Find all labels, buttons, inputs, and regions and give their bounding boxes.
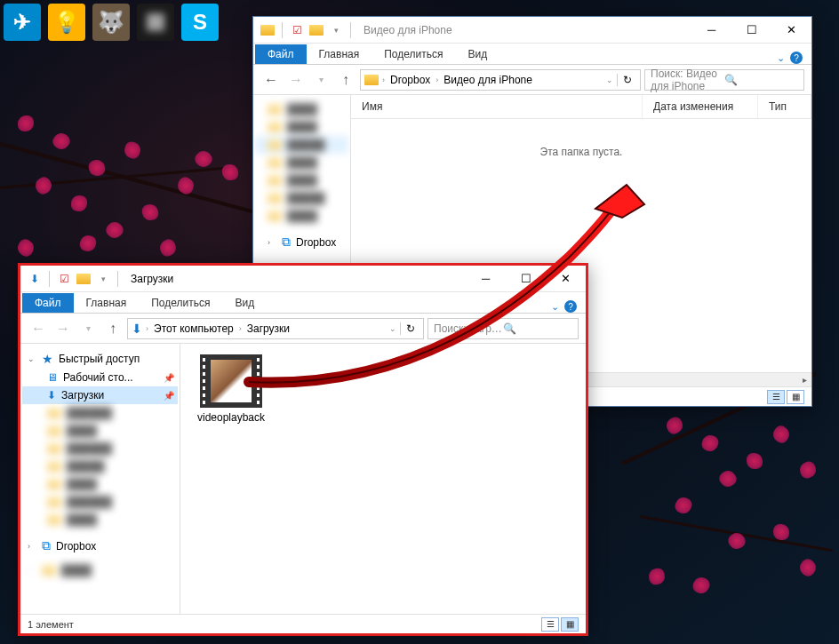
nav-item-blurred[interactable]: ██████ [22,440,178,457]
help-icon[interactable]: ? [564,300,577,313]
content-area[interactable]: videoplayback [180,344,586,614]
nav-item-downloads[interactable]: ⬇Загрузки📌 [22,386,178,404]
nav-item-blurred[interactable]: ████ [255,171,348,189]
tab-file[interactable]: Файл [255,44,307,64]
view-icons-button[interactable]: ▦ [787,390,804,404]
minimize-button[interactable]: ─ [466,266,506,292]
qat-dropdown-icon[interactable]: ▾ [329,23,343,37]
recent-locations-icon[interactable]: ▾ [310,69,332,91]
address-dropdown-icon[interactable]: ⌄ [606,76,613,84]
breadcrumb[interactable]: Видео для iPhone [442,74,534,86]
search-icon[interactable]: 🔍 [503,322,572,335]
empty-folder-message: Эта папка пуста. [351,119,811,185]
minimize-button[interactable]: ─ [691,17,731,44]
nav-item-blurred[interactable]: ████ [22,422,178,440]
address-bar[interactable]: › Dropbox › Видео для iPhone ⌄ ↻ [360,69,641,91]
tab-share[interactable]: Поделиться [139,293,222,313]
telegram-icon[interactable]: ✈ [4,4,41,41]
video-thumb-icon [200,354,262,408]
navigation-pane[interactable]: ⌄★Быстрый доступ 🖥Рабочий сто...📌 ⬇Загру… [20,344,180,614]
tab-home[interactable]: Главная [74,293,140,313]
up-button[interactable]: ↑ [102,318,124,339]
nav-item-blurred[interactable]: ████ [255,100,348,118]
nav-item-dropbox[interactable]: ›⧉Dropbox [255,232,348,252]
nav-item-blurred[interactable]: ████ [255,154,348,171]
search-icon[interactable]: 🔍 [724,74,798,86]
nav-item-blurred[interactable]: ██████ [22,404,178,422]
nav-item-blurred[interactable]: ›████ [22,561,178,579]
view-details-button[interactable]: ☰ [541,617,559,632]
checklist-icon[interactable]: ☑ [290,23,304,37]
tab-home[interactable]: Главная [307,44,372,64]
recent-locations-icon[interactable]: ▾ [77,318,99,339]
dropbox-icon: ⧉ [282,235,291,250]
titlebar[interactable]: ☑ ▾ Видео для iPhone ─ ☐ ✕ [253,17,811,44]
nav-item-desktop[interactable]: 🖥Рабочий сто...📌 [22,369,178,386]
maximize-button[interactable]: ☐ [506,266,546,292]
titlebar[interactable]: ⬇ ☑ ▾ Загрузки ─ ☐ ✕ [20,266,586,292]
refresh-button[interactable]: ↻ [400,322,420,335]
maximize-button[interactable]: ☐ [731,17,771,44]
up-button[interactable]: ↑ [335,69,356,91]
folder-icon[interactable] [76,272,91,286]
column-header-type[interactable]: Тип [758,95,811,118]
file-item-video[interactable]: videoplayback [191,354,271,424]
statusbar: 1 элемент ☰ ▦ [20,614,586,633]
view-icons-button[interactable]: ▦ [561,617,579,632]
nav-item-blurred[interactable]: ████ [22,475,178,493]
breadcrumb[interactable]: Загрузки [245,322,292,335]
nav-item-quick-access[interactable]: ⌄★Быстрый доступ [22,349,178,369]
breadcrumb[interactable]: Этот компьютер [152,322,236,335]
view-details-button[interactable]: ☰ [767,390,785,404]
window-title: Загрузки [131,273,173,285]
tips-icon[interactable]: 💡 [48,4,85,41]
desktop-icon: 🖥 [47,371,58,384]
search-input[interactable]: Поиск: Загрузки 🔍 [427,318,579,339]
folder-icon[interactable] [309,23,324,37]
forward-button[interactable]: → [285,69,307,91]
tab-view[interactable]: Вид [222,293,267,313]
dropbox-icon: ⧉ [42,538,51,553]
nav-item-blurred[interactable]: ████ [22,511,178,529]
forward-button[interactable]: → [52,318,74,339]
help-icon[interactable]: ? [790,52,803,64]
tab-file[interactable]: Файл [22,293,74,313]
skype-icon[interactable]: S [181,4,219,41]
search-placeholder: Поиск: Загрузки [434,322,503,335]
tab-view[interactable]: Вид [455,44,499,64]
taskbar: ✈ 💡 🐺 S [4,4,219,41]
nav-item-blurred[interactable]: ████ [255,118,348,136]
breadcrumb[interactable]: Dropbox [388,74,432,86]
close-button[interactable]: ✕ [771,17,811,44]
qat-dropdown-icon[interactable]: ▾ [96,272,110,286]
checklist-icon[interactable]: ☑ [57,272,71,286]
column-header-name[interactable]: Имя [351,95,643,118]
tab-share[interactable]: Поделиться [372,44,455,64]
ribbon-expand-icon[interactable]: ⌄ [551,301,559,313]
file-name: videoplayback [197,411,265,424]
status-text: 1 элемент [28,619,74,630]
address-dropdown-icon[interactable]: ⌄ [389,324,396,333]
nav-item-blurred[interactable]: ██████ [22,493,178,511]
ribbon-tabs: Файл Главная Поделиться Вид ⌄? [253,44,811,65]
back-button[interactable]: ← [260,69,282,91]
downloads-icon: ⬇ [28,272,42,286]
search-placeholder: Поиск: Видео для iPhone [651,68,724,92]
nav-item-blurred[interactable]: █████ [22,457,178,475]
pin-icon: 📌 [164,373,172,382]
blurred-taskbar-icon[interactable] [137,4,174,41]
gimp-icon[interactable]: 🐺 [92,4,130,41]
address-bar-row: ← → ▾ ↑ › Dropbox › Видео для iPhone ⌄ ↻… [253,65,811,95]
nav-item-blurred[interactable]: █████ [255,189,348,207]
nav-item-blurred[interactable]: █████ [255,136,348,154]
ribbon-expand-icon[interactable]: ⌄ [777,52,785,64]
column-header-date[interactable]: Дата изменения [643,95,758,118]
search-input[interactable]: Поиск: Видео для iPhone 🔍 [644,69,804,91]
nav-item-blurred[interactable]: ████ [255,207,348,225]
nav-item-dropbox[interactable]: ›⧉Dropbox [22,536,178,556]
window-title: Видео для iPhone [364,24,452,36]
refresh-button[interactable]: ↻ [617,74,636,86]
close-button[interactable]: ✕ [546,266,586,292]
back-button[interactable]: ← [28,318,49,339]
address-bar[interactable]: ⬇ › Этот компьютер › Загрузки ⌄ ↻ [127,318,424,339]
